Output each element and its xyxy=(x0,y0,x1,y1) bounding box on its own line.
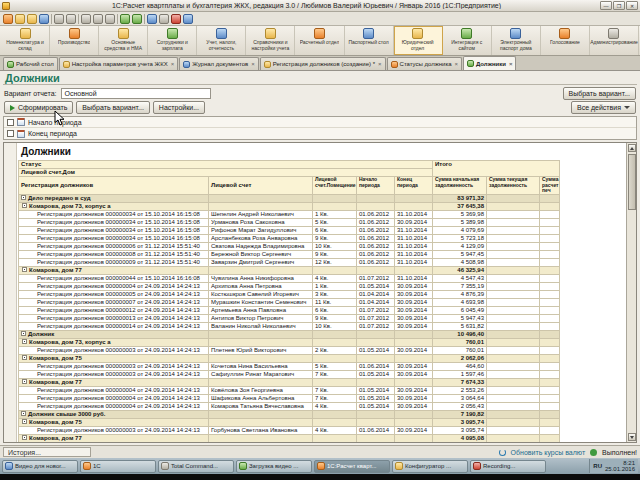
history-button[interactable]: История... xyxy=(3,447,91,457)
taskbar-button[interactable]: Видео для новог... xyxy=(2,460,78,473)
undo-icon[interactable] xyxy=(120,14,130,24)
settings-button[interactable]: Настройки... xyxy=(153,101,205,114)
table-row[interactable]: Комарова, дом 73, корпус а 760,01 xyxy=(19,338,560,346)
tab-close-icon[interactable]: × xyxy=(509,61,513,67)
separator[interactable] xyxy=(51,14,52,24)
setting-checkbox[interactable] xyxy=(7,119,14,126)
scroll-down-icon[interactable] xyxy=(628,433,636,441)
table-row[interactable]: Регистрация должников 000000012 от 24.09… xyxy=(19,306,560,314)
table-row[interactable]: Регистрация должников 000000006 от 31.12… xyxy=(19,242,560,250)
ribbon-section[interactable]: Производство xyxy=(50,26,99,55)
tab[interactable]: Должники × xyxy=(463,56,516,70)
open-icon[interactable] xyxy=(27,14,37,24)
collapse-icon[interactable] xyxy=(21,411,26,416)
separator[interactable] xyxy=(117,14,118,24)
table-row[interactable]: Регистрация должников 000000014 от 24.09… xyxy=(19,322,560,330)
ribbon-section[interactable]: Голосование xyxy=(541,26,590,55)
table-row[interactable]: Регистрация должников 000000003 от 24.09… xyxy=(19,370,560,378)
table-row[interactable]: Комарова, дом 73, корпус а 37 645,38 xyxy=(19,202,560,210)
ribbon-section[interactable]: Справочники и настройки учета xyxy=(246,26,295,55)
help-icon[interactable] xyxy=(183,14,193,24)
calculator-icon[interactable] xyxy=(159,14,169,24)
table-row[interactable]: Регистрация должников 000000009 от 31.12… xyxy=(19,258,560,266)
collapse-icon[interactable] xyxy=(22,267,27,272)
table-row[interactable]: Регистрация должников 000000003 от 24.09… xyxy=(19,426,560,434)
variant-value-field[interactable]: Основной xyxy=(61,88,211,99)
collapse-icon[interactable] xyxy=(22,355,27,360)
taskbar-button[interactable]: Загрузка видео ... xyxy=(236,460,312,473)
table-row[interactable]: Регистрация должников 000000034 от 15.10… xyxy=(19,210,560,218)
ribbon-section[interactable]: Интеграция с сайтом xyxy=(443,26,492,55)
table-row[interactable]: Комарова, дом 77 4 095,08 xyxy=(19,434,560,442)
choose-variant-top-button[interactable]: Выбрать вариант... xyxy=(563,87,637,100)
vertical-scrollbar[interactable] xyxy=(626,143,636,442)
collapse-icon[interactable] xyxy=(22,379,27,384)
minimize-button[interactable]: — xyxy=(600,1,612,10)
tab-close-icon[interactable]: × xyxy=(171,61,175,67)
print-preview-icon[interactable] xyxy=(66,14,76,24)
calendar-icon[interactable] xyxy=(171,14,181,24)
ribbon-section[interactable]: Электронный паспорт дома xyxy=(492,26,541,55)
collapse-icon[interactable] xyxy=(21,331,26,336)
tab-close-icon[interactable]: × xyxy=(251,61,255,67)
print-icon[interactable] xyxy=(54,14,64,24)
copy-icon[interactable] xyxy=(93,14,103,24)
maximize-button[interactable]: ❐ xyxy=(613,1,625,10)
paste-icon[interactable] xyxy=(105,14,115,24)
table-row[interactable]: Регистрация должников 000000003 от 24.09… xyxy=(19,346,560,354)
table-row[interactable]: Регистрация должников 000000013 от 24.09… xyxy=(19,314,560,322)
ribbon-section[interactable]: Сотрудники и зарплата xyxy=(148,26,197,55)
generate-button[interactable]: Сформировать xyxy=(4,101,73,114)
taskbar-button[interactable]: Total Command... xyxy=(158,460,234,473)
tab[interactable]: Статусы должника × xyxy=(387,57,462,70)
collapse-icon[interactable] xyxy=(22,203,27,208)
grouping-margin[interactable] xyxy=(4,143,17,442)
collapse-icon[interactable] xyxy=(22,435,27,440)
table-row[interactable]: Регистрация должников 000000007 от 24.09… xyxy=(19,298,560,306)
table-row[interactable]: Комарова, дом 75 3 095,74 xyxy=(19,418,560,426)
ribbon-section[interactable]: Расчетный отдел xyxy=(295,26,344,55)
collapse-icon[interactable] xyxy=(21,195,26,200)
ribbon-section[interactable]: Основные средства и НМА xyxy=(99,26,148,55)
table-row[interactable]: Регистрация должников 000000034 от 15.10… xyxy=(19,234,560,242)
taskbar-button[interactable]: 1С xyxy=(80,460,156,473)
table-row[interactable]: Регистрация должников 000000044 от 15.10… xyxy=(19,274,560,282)
ribbon-section[interactable]: Номенклатура и склад xyxy=(1,26,50,55)
collapse-icon[interactable] xyxy=(22,419,27,424)
separator[interactable] xyxy=(144,14,145,24)
new-document-icon[interactable] xyxy=(15,14,25,24)
table-row[interactable]: Регистрация должников 000000004 от 24.09… xyxy=(19,394,560,402)
table-row[interactable]: Регистрация должников 000000004 от 24.09… xyxy=(19,402,560,410)
find-icon[interactable] xyxy=(147,14,157,24)
table-row[interactable]: Регистрация должников 000000034 от 15.10… xyxy=(19,218,560,226)
tab[interactable]: Журнал документов × xyxy=(179,57,259,70)
table-row[interactable]: Комарова, дом 77 7 674,33 xyxy=(19,378,560,386)
taskbar-button[interactable]: Recording... xyxy=(470,460,546,473)
setting-checkbox[interactable] xyxy=(7,130,14,137)
ribbon-section[interactable]: Юридический отдел xyxy=(394,26,443,55)
taskbar-button[interactable]: Конфигуратор ... xyxy=(392,460,468,473)
main-menu-icon[interactable] xyxy=(3,14,13,24)
table-row[interactable]: Дело передано в суд 83 971,32 xyxy=(19,194,560,202)
table-row[interactable]: Регистрация должников 000000004 от 24.09… xyxy=(19,282,560,290)
tab[interactable]: Настройка параметров учета ЖКХ × xyxy=(59,57,179,70)
table-row[interactable]: Должник свыше 3000 руб. 7 190,82 xyxy=(19,410,560,418)
tab-close-icon[interactable]: × xyxy=(378,61,382,67)
scrollbar-thumb[interactable] xyxy=(628,154,636,210)
table-row[interactable]: Регистрация должников 000000005 от 24.09… xyxy=(19,290,560,298)
ribbon-section[interactable]: Администрирование xyxy=(590,26,639,55)
update-rates-link[interactable]: Обновить курсы валют xyxy=(511,449,586,456)
tab-close-icon[interactable]: × xyxy=(454,61,458,67)
table-row[interactable]: Регистрация должников 000000004 от 24.09… xyxy=(19,386,560,394)
choose-variant-button[interactable]: Выбрать вариант... xyxy=(76,101,150,114)
scroll-up-icon[interactable] xyxy=(628,144,636,152)
all-actions-button[interactable]: Все действия xyxy=(571,101,636,114)
table-row[interactable]: Должник 10 496,40 xyxy=(19,330,560,338)
cut-icon[interactable] xyxy=(81,14,91,24)
table-row[interactable]: Комарова, дом 77 46 325,94 xyxy=(19,266,560,274)
tab[interactable]: Регистрация должников (создание) * × xyxy=(260,57,386,70)
ribbon-section[interactable]: Паспортный стол xyxy=(345,26,394,55)
redo-icon[interactable] xyxy=(132,14,142,24)
taskbar-button[interactable]: 1С:Расчет кварт... xyxy=(314,460,390,473)
save-icon[interactable] xyxy=(39,14,49,24)
